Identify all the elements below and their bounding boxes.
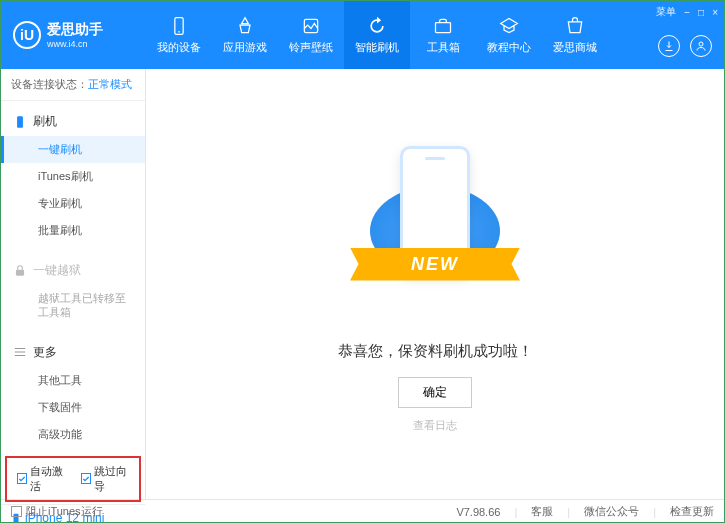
user-button[interactable] [690,35,712,57]
checkbox-skip-guide[interactable]: 跳过向导 [81,464,129,494]
sidebar-section-jailbreak: 一键越狱 [1,256,145,285]
sidebar-item-advanced[interactable]: 高级功能 [1,421,145,448]
sidebar-item-itunes-flash[interactable]: iTunes刷机 [1,163,145,190]
maximize-button[interactable]: □ [698,7,704,18]
sidebar-jailbreak-note: 越狱工具已转移至工具箱 [1,285,145,326]
sidebar-section-flash[interactable]: 刷机 [1,107,145,136]
connection-status: 设备连接状态：正常模式 [1,69,145,101]
sidebar-item-pro-flash[interactable]: 专业刷机 [1,190,145,217]
wallpaper-icon [301,16,321,36]
phone-icon [169,16,189,36]
options-row: 自动激活 跳过向导 [5,456,141,502]
header-right-icons [658,35,712,57]
version-label: V7.98.66 [456,506,500,518]
nav-toolbox[interactable]: 工具箱 [410,1,476,69]
svg-point-4 [699,42,703,46]
shop-icon [565,16,585,36]
nav-tutorial[interactable]: 教程中心 [476,1,542,69]
wechat-link[interactable]: 微信公众号 [584,504,639,519]
app-title: 爱思助手 [47,21,103,39]
window-controls: 菜单 − □ × [656,5,718,19]
sidebar: 设备连接状态：正常模式 刷机 一键刷机 iTunes刷机 专业刷机 批量刷机 一… [1,69,146,499]
checkbox-auto-activate[interactable]: 自动激活 [17,464,65,494]
nav-my-device[interactable]: 我的设备 [146,1,212,69]
minimize-button[interactable]: − [684,7,690,18]
view-log-link[interactable]: 查看日志 [413,418,457,433]
close-button[interactable]: × [712,7,718,18]
toolbox-icon [433,16,453,36]
user-icon [695,40,707,52]
nav-flash[interactable]: 智能刷机 [344,1,410,69]
new-ribbon: NEW [350,248,520,281]
app-url: www.i4.cn [47,39,103,49]
sidebar-item-batch-flash[interactable]: 批量刷机 [1,217,145,244]
main-content: NEW 恭喜您，保资料刷机成功啦！ 确定 查看日志 [146,69,724,499]
success-message: 恭喜您，保资料刷机成功啦！ [338,342,533,361]
logo-area: iU 爱思助手 www.i4.cn [1,21,146,49]
check-icon [18,475,26,483]
menu-icon [13,345,27,359]
main-nav: 我的设备 应用游戏 铃声壁纸 智能刷机 工具箱 教程中心 爱思商城 [146,1,724,69]
download-button[interactable] [658,35,680,57]
svg-rect-6 [16,269,24,275]
apps-icon [235,16,255,36]
svg-point-1 [178,31,180,33]
ok-button[interactable]: 确定 [398,377,472,408]
graduation-icon [499,16,519,36]
menu-button[interactable]: 菜单 [656,5,676,19]
support-link[interactable]: 客服 [531,504,553,519]
phone-icon [13,115,27,129]
checkbox-block-itunes[interactable]: 阻止iTunes运行 [11,504,103,519]
app-header: iU 爱思助手 www.i4.cn 我的设备 应用游戏 铃声壁纸 智能刷机 工具… [1,1,724,69]
svg-rect-5 [17,116,23,128]
svg-rect-3 [436,22,451,32]
check-icon [82,475,90,483]
nav-apps[interactable]: 应用游戏 [212,1,278,69]
sidebar-item-download-firmware[interactable]: 下载固件 [1,394,145,421]
success-illustration: NEW [370,136,500,316]
lock-icon [13,264,27,278]
sidebar-section-more[interactable]: 更多 [1,338,145,367]
logo-icon: iU [13,21,41,49]
sidebar-item-other-tools[interactable]: 其他工具 [1,367,145,394]
nav-ringtone[interactable]: 铃声壁纸 [278,1,344,69]
refresh-icon [367,16,387,36]
download-icon [663,40,675,52]
check-update-link[interactable]: 检查更新 [670,504,714,519]
sidebar-item-oneclick-flash[interactable]: 一键刷机 [1,136,145,163]
nav-shop[interactable]: 爱思商城 [542,1,608,69]
